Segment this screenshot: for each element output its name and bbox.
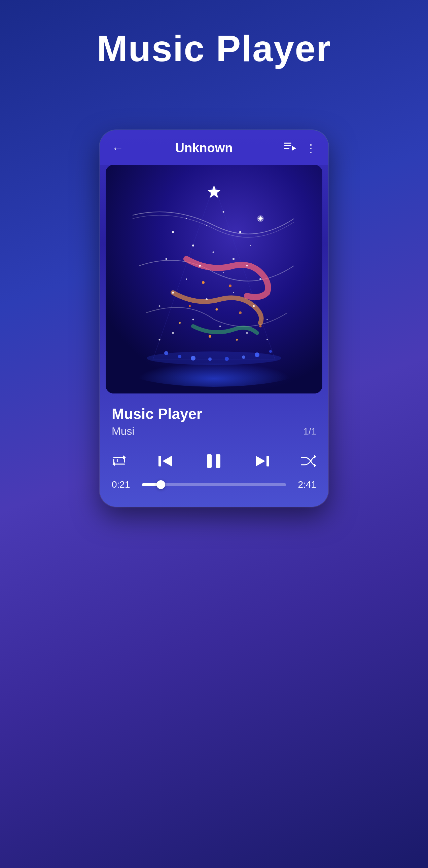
- svg-text:1: 1: [116, 459, 118, 463]
- prev-button[interactable]: [156, 452, 174, 470]
- svg-point-33: [206, 298, 208, 300]
- svg-rect-1: [284, 145, 292, 146]
- svg-point-47: [239, 311, 242, 314]
- svg-point-43: [202, 281, 205, 284]
- progress-section: 0:21 2:41: [100, 471, 328, 507]
- svg-point-16: [172, 231, 174, 233]
- svg-point-20: [206, 225, 207, 226]
- svg-rect-66: [207, 454, 212, 468]
- topbar-icons: ⋮: [284, 142, 316, 155]
- top-bar: ← Unknown ⋮: [100, 130, 328, 165]
- svg-point-44: [229, 284, 232, 287]
- svg-point-59: [269, 350, 272, 353]
- song-artist-row: Musi 1/1: [112, 425, 316, 437]
- song-artist: Musi: [112, 425, 134, 437]
- pause-button[interactable]: [204, 451, 224, 471]
- svg-rect-2: [284, 148, 289, 149]
- album-art-container: [106, 165, 322, 394]
- svg-point-38: [172, 332, 174, 334]
- svg-point-32: [159, 305, 160, 307]
- svg-point-48: [179, 322, 181, 324]
- svg-point-46: [189, 305, 191, 307]
- progress-bar[interactable]: [142, 483, 286, 486]
- playback-controls: 1: [100, 444, 328, 471]
- page-title: Music Player: [97, 27, 331, 70]
- svg-point-45: [216, 308, 218, 311]
- svg-point-49: [259, 325, 262, 328]
- repeat-button[interactable]: 1: [112, 455, 126, 467]
- svg-point-24: [233, 258, 235, 260]
- song-title: Music Player: [112, 406, 316, 423]
- svg-point-18: [165, 258, 167, 260]
- svg-marker-70: [314, 455, 316, 458]
- svg-marker-3: [292, 146, 296, 151]
- total-time: 2:41: [293, 479, 316, 490]
- svg-rect-67: [216, 454, 220, 468]
- album-art: [106, 165, 322, 394]
- svg-marker-64: [162, 456, 172, 466]
- shuffle-button[interactable]: [301, 455, 316, 467]
- svg-point-29: [259, 278, 262, 280]
- next-button[interactable]: [254, 452, 271, 470]
- svg-point-28: [246, 265, 248, 267]
- progress-handle[interactable]: [156, 480, 165, 489]
- song-info: Music Player Musi 1/1: [100, 394, 328, 444]
- svg-point-23: [250, 245, 251, 246]
- svg-rect-69: [267, 456, 269, 466]
- topbar-title: Unknown: [175, 141, 233, 155]
- svg-point-27: [223, 272, 224, 273]
- svg-point-30: [186, 278, 187, 280]
- svg-point-40: [246, 332, 248, 334]
- track-count: 1/1: [303, 426, 316, 437]
- svg-point-36: [267, 319, 268, 320]
- svg-point-39: [219, 326, 221, 327]
- svg-point-35: [253, 305, 255, 307]
- svg-point-60: [147, 351, 281, 365]
- svg-marker-68: [256, 456, 265, 466]
- svg-point-42: [267, 339, 268, 340]
- more-icon[interactable]: ⋮: [306, 142, 316, 155]
- svg-point-50: [209, 335, 211, 338]
- svg-point-34: [233, 292, 234, 293]
- svg-point-21: [223, 211, 224, 213]
- svg-point-25: [213, 252, 214, 253]
- svg-point-37: [192, 319, 194, 320]
- svg-rect-0: [284, 143, 292, 144]
- playlist-icon[interactable]: [284, 142, 296, 155]
- svg-point-26: [199, 265, 201, 267]
- svg-point-51: [236, 339, 238, 341]
- svg-rect-65: [158, 456, 161, 466]
- back-button[interactable]: ←: [112, 141, 124, 155]
- svg-point-17: [186, 218, 187, 219]
- svg-marker-71: [314, 464, 316, 467]
- svg-point-19: [192, 245, 194, 247]
- phone-mockup: ← Unknown ⋮: [100, 130, 328, 507]
- current-time: 0:21: [112, 479, 135, 490]
- svg-point-41: [159, 339, 160, 341]
- svg-point-31: [172, 291, 174, 293]
- svg-point-22: [239, 231, 241, 233]
